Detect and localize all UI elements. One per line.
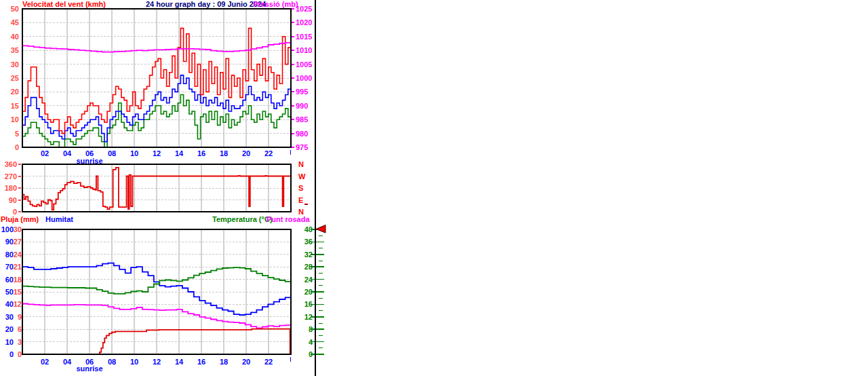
pressure-axis-tick-label: 985	[296, 115, 308, 124]
compass-tick-label: S	[298, 184, 303, 192]
wind-axis-tick-label: 20	[0, 88, 19, 96]
temperature-axis-tick-label: 32	[294, 250, 313, 259]
wind-axis-tick-label: 25	[0, 74, 19, 82]
rain-axis-tick-label: 21	[0, 263, 22, 271]
wind-axis-tick-label: 5	[0, 130, 19, 138]
hour-tick-label: 14	[170, 358, 188, 366]
hour-tick-label: 22	[260, 358, 277, 366]
direction-axis-tick-label: 0	[0, 208, 17, 216]
direction-axis-tick-label: 180	[0, 184, 17, 192]
pressure-axis-tick-label: 1005	[296, 60, 312, 69]
hour-tick-label: 12	[148, 149, 165, 157]
rain-axis-tick-label: 27	[0, 238, 22, 246]
pressure-axis-tick-label: 1015	[296, 33, 312, 41]
hour-tick-label: 04	[58, 149, 76, 157]
temperature-axis-tick-label: 20	[294, 288, 313, 296]
current-value-arrow-icon	[316, 225, 326, 233]
wind-axis-tick-label: 0	[0, 143, 19, 151]
hour-tick-label: 20	[237, 358, 255, 366]
pressure-axis-tick-label: 995	[296, 88, 308, 96]
hour-tick-label: 18	[215, 358, 233, 366]
pressure-axis-tick-label: 1000	[296, 74, 312, 82]
wind-axis-tick-label: 35	[0, 46, 19, 54]
compass-tick-label: N	[298, 208, 304, 216]
weather-graphs-canvas	[0, 0, 868, 376]
hour-tick-label: 16	[193, 358, 210, 366]
temperature-axis-tick-label: 0	[294, 350, 313, 358]
rain-axis-tick-label: 3	[0, 338, 22, 346]
hour-tick-label: 08	[103, 358, 121, 366]
temperature-axis-tick-label: 8	[294, 325, 313, 333]
hour-tick-label: 02	[36, 149, 54, 157]
hour-tick-label: 04	[58, 358, 76, 366]
dewpoint-axis-title: Punt rosada	[267, 215, 310, 223]
temperature-axis-tick-label: 12	[294, 313, 313, 321]
hour-tick-label: 02	[36, 358, 54, 366]
wind-axis-tick-label: 10	[0, 115, 19, 124]
rain-axis-title: Pluja (mm)	[1, 215, 39, 223]
temperature-axis-tick-label: 16	[294, 300, 313, 308]
rain-axis-tick-label: 12	[0, 300, 22, 308]
rain-axis-tick-label: 15	[0, 288, 22, 296]
pressure-axis-tick-label: 980	[296, 130, 308, 138]
pressure-axis-tick-label: 990	[296, 102, 308, 110]
pressure-axis-tick-label: 1020	[296, 18, 312, 26]
direction-axis-tick-label: 270	[0, 172, 17, 181]
rain-axis-tick-label: 30	[0, 225, 22, 233]
pressure-axis-tick-label: 975	[296, 143, 308, 151]
hour-tick-label: 06	[81, 149, 98, 157]
wind-axis-tick-label: 15	[0, 102, 19, 110]
hour-tick-label: 06	[81, 358, 98, 366]
wind-axis-tick-label: 40	[0, 33, 19, 41]
temperature-axis-title: Temperatura (°C)	[212, 215, 273, 223]
hour-tick-label: 12	[148, 358, 165, 366]
compass-tick-label: W	[298, 172, 305, 181]
temperature-axis-tick-label: 36	[294, 238, 313, 246]
rain-axis-tick-label: 9	[0, 313, 22, 321]
rain-axis-tick-label: 6	[0, 325, 22, 333]
pressure-axis-tick-label: 1025	[296, 5, 312, 13]
rain-axis-tick-label: 18	[0, 276, 22, 284]
wind-axis-tick-label: 45	[0, 18, 19, 26]
wind-axis-tick-label: 30	[0, 60, 19, 69]
compass-tick-label: E	[298, 196, 303, 204]
hour-tick-label: 08	[103, 149, 121, 157]
sunrise-annotation-top: sunrise	[72, 157, 107, 165]
pressure-axis-title: Pressió (mb)	[253, 0, 298, 8]
hour-tick-label: 20	[237, 149, 255, 157]
direction-axis-tick-label: 360	[0, 160, 17, 168]
compass-tick-label: N	[298, 160, 304, 168]
rain-axis-tick-label: 24	[0, 250, 22, 259]
wind-axis-tick-label: 50	[0, 5, 19, 13]
temperature-axis-tick-label: 40	[294, 225, 313, 233]
pressure-axis-tick-label: 1010	[296, 46, 312, 54]
weather-graph-page: Velocitat del vent (kmh) 24 hour graph d…	[0, 0, 868, 376]
hour-tick-label: 16	[193, 149, 210, 157]
wind-axis-title: Velocitat del vent (kmh)	[22, 0, 106, 8]
temperature-axis-tick-label: 24	[294, 276, 313, 284]
hour-tick-label: 18	[215, 149, 233, 157]
hour-tick-label: 10	[125, 358, 143, 366]
graph-title: 24 hour graph day : 09 Junio 2024	[146, 0, 266, 8]
temperature-axis-tick-label: 4	[294, 338, 313, 346]
temperature-axis-tick-label: 28	[294, 263, 313, 271]
hour-tick-label: 14	[170, 149, 188, 157]
rain-axis-tick-label: 0	[0, 350, 22, 358]
humidity-axis-title: Humitat	[45, 215, 73, 223]
hour-tick-label: 22	[260, 149, 277, 157]
hour-tick-label: 10	[125, 149, 143, 157]
direction-axis-tick-label: 90	[0, 196, 17, 204]
